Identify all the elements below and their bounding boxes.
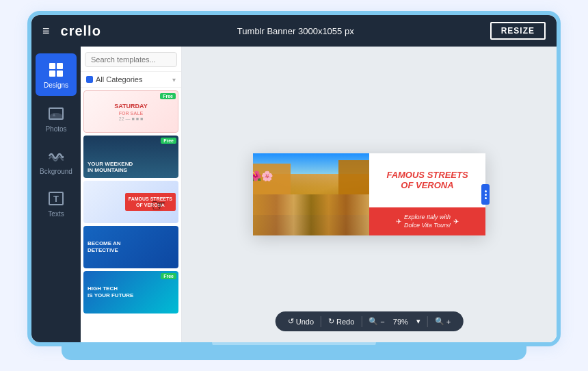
search-bar bbox=[81, 47, 181, 72]
resize-handle-dots bbox=[485, 190, 487, 199]
flowers-icon: 🌺🌸 bbox=[253, 170, 273, 181]
canvas-banner: 🌺🌸 FAMOUS STREETSOF VERONA ✈ Explore Ita… bbox=[253, 153, 485, 235]
document-title: Tumblr Banner 3000x1055 px bbox=[101, 26, 490, 36]
sidebar-item-designs[interactable]: Designs bbox=[36, 53, 77, 96]
tpl1-title: SATURDAYFor Sale bbox=[114, 103, 148, 116]
redo-label: Redo bbox=[336, 318, 354, 326]
undo-icon: ↺ bbox=[288, 317, 294, 326]
canvas-area: 🌺🌸 FAMOUS STREETSOF VERONA ✈ Explore Ita… bbox=[182, 47, 557, 342]
zoom-out-button[interactable]: 🔍 − bbox=[363, 315, 390, 328]
laptop-screen: ≡ crello Tumblr Banner 3000x1055 px RESI… bbox=[27, 11, 561, 346]
banner-bottom: ✈ Explore Italy withDolce Vita Tours! ✈ bbox=[369, 207, 485, 235]
banner-photo: 🌺🌸 bbox=[253, 153, 369, 235]
template-card-3[interactable]: FAMOUS STREETSOF VERONA ☞ bbox=[83, 181, 178, 223]
icon-sidebar: Designs Photos bbox=[31, 47, 81, 342]
free-badge-2: Free bbox=[161, 138, 176, 144]
separator-3 bbox=[427, 316, 428, 327]
templates-panel: All Categories ▾ SATURDAYFor Sale 22 — ■… bbox=[81, 47, 182, 342]
laptop-frame: ≡ crello Tumblr Banner 3000x1055 px RESI… bbox=[27, 11, 561, 360]
separator-2 bbox=[361, 316, 362, 327]
laptop-base bbox=[62, 345, 526, 360]
undo-button[interactable]: ↺ Undo bbox=[282, 315, 319, 328]
redo-button[interactable]: ↻ Redo bbox=[323, 315, 360, 328]
category-row[interactable]: All Categories ▾ bbox=[81, 72, 181, 88]
free-badge-5: Free bbox=[161, 273, 176, 279]
app-logo: crello bbox=[61, 23, 101, 39]
separator-1 bbox=[321, 316, 321, 327]
zoom-dropdown-button[interactable]: ▾ bbox=[411, 315, 426, 328]
main-area: Designs Photos bbox=[31, 47, 557, 342]
photos-icon bbox=[46, 104, 66, 123]
tpl3-title: FAMOUS STREETSOF VERONA bbox=[125, 193, 176, 211]
sidebar-item-photos[interactable]: Photos bbox=[31, 97, 81, 140]
sidebar-label-texts: Texts bbox=[48, 210, 64, 218]
texts-icon: T bbox=[46, 189, 66, 208]
templates-list: SATURDAYFor Sale 22 — ■ ■ ■ Free YOUR WE… bbox=[81, 88, 181, 342]
sidebar-label-photos: Photos bbox=[45, 125, 66, 133]
banner-text-area: FAMOUS STREETSOF VERONA ✈ Explore Italy … bbox=[369, 153, 485, 235]
undo-label: Undo bbox=[296, 318, 314, 326]
background-icon bbox=[46, 146, 66, 166]
category-dot bbox=[86, 76, 93, 83]
sidebar-item-texts[interactable]: T Texts bbox=[31, 182, 81, 225]
zoom-in-button[interactable]: 🔍 + bbox=[429, 315, 456, 328]
menu-icon[interactable]: ≡ bbox=[42, 24, 50, 38]
zoom-out-icon: 🔍 bbox=[369, 317, 378, 326]
template-card-4[interactable]: BECOME ANDETECTIVE bbox=[83, 226, 178, 268]
road bbox=[253, 215, 369, 235]
tpl4-title: BECOME ANDETECTIVE bbox=[88, 240, 121, 253]
bottom-toolbar: ↺ Undo ↻ Redo 🔍 − 79% bbox=[276, 311, 464, 331]
sidebar-item-background[interactable]: Bckground bbox=[31, 140, 81, 182]
redo-icon: ↻ bbox=[328, 317, 334, 326]
zoom-in-plus: + bbox=[446, 318, 451, 326]
sidebar-label-designs: Designs bbox=[44, 81, 68, 89]
category-label: All Categories bbox=[96, 75, 142, 84]
banner-main-title: FAMOUS STREETSOF VERONA bbox=[386, 170, 468, 191]
sidebar-label-background: Bckground bbox=[40, 168, 72, 175]
zoom-out-minus: − bbox=[380, 318, 384, 326]
plane-icon-right: ✈ bbox=[453, 218, 459, 225]
free-badge-1: Free bbox=[160, 93, 176, 99]
template-card-1[interactable]: SATURDAYFor Sale 22 — ■ ■ ■ Free bbox=[83, 90, 178, 133]
category-chevron: ▾ bbox=[172, 76, 176, 84]
resize-button[interactable]: RESIZE bbox=[490, 22, 546, 40]
canvas-container[interactable]: 🌺🌸 FAMOUS STREETSOF VERONA ✈ Explore Ita… bbox=[253, 153, 485, 235]
template-card-2[interactable]: YOUR WEEKENDIN MOUNTAINS Free bbox=[83, 136, 178, 178]
app-container: ≡ crello Tumblr Banner 3000x1055 px RESI… bbox=[31, 15, 557, 342]
banner-sub-text: Explore Italy withDolce Vita Tours! bbox=[404, 213, 451, 230]
zoom-value: 79% bbox=[390, 316, 411, 328]
search-input[interactable] bbox=[85, 52, 177, 67]
building-right bbox=[338, 160, 369, 225]
resize-handle[interactable] bbox=[481, 184, 490, 205]
tpl5-title: HIGH TECHIS YOUR FUTURE bbox=[88, 285, 133, 298]
tpl1-sub: 22 — ■ ■ ■ bbox=[114, 116, 148, 121]
plane-icon-left: ✈ bbox=[396, 218, 401, 225]
zoom-in-icon: 🔍 bbox=[435, 317, 444, 326]
top-bar: ≡ crello Tumblr Banner 3000x1055 px RESI… bbox=[31, 15, 557, 47]
template-card-5[interactable]: HIGH TECHIS YOUR FUTURE Free bbox=[83, 271, 178, 314]
banner-top: FAMOUS STREETSOF VERONA bbox=[369, 153, 485, 207]
tpl2-title: YOUR WEEKENDIN MOUNTAINS bbox=[88, 161, 133, 174]
designs-icon bbox=[46, 60, 66, 79]
